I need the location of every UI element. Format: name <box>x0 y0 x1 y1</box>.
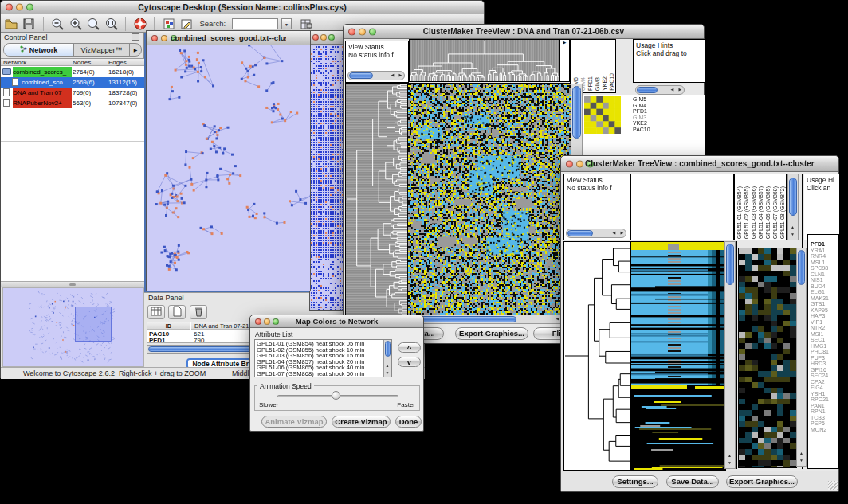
float-panel-icon[interactable] <box>132 33 139 41</box>
zoom-vscrollbar[interactable]: ▲ ▼ <box>796 248 807 467</box>
move-up-button[interactable]: ^ <box>398 342 421 353</box>
minimize-button[interactable] <box>16 4 23 11</box>
column-label[interactable]: YKE2 <box>602 76 608 91</box>
gene-label[interactable]: YSH1 <box>811 391 829 397</box>
scroll-right-icon[interactable]: ▶ <box>397 72 404 79</box>
gene-label[interactable]: GIM4 <box>633 103 681 109</box>
gene-label[interactable]: GTB1 <box>811 301 829 307</box>
scroll-down-icon[interactable]: ▼ <box>798 458 805 464</box>
gene-label[interactable]: HMG1 <box>811 343 829 350</box>
annotation-icon[interactable] <box>179 17 194 31</box>
panel-splitter[interactable] <box>1 281 144 287</box>
main-titlebar[interactable]: Cytoscape Desktop (Session Name: collins… <box>1 1 484 14</box>
column-tree-scrollbar[interactable]: ▶ <box>559 39 570 82</box>
scroll-down-icon[interactable]: ▼ <box>726 460 733 467</box>
gene-label[interactable]: RNR4 <box>811 253 829 260</box>
gene-label[interactable]: PAC10 <box>633 127 681 133</box>
treeview1-titlebar[interactable]: ClusterMaker TreeView : DNA and Tran 07-… <box>344 25 704 39</box>
view-status-hscrollbar[interactable]: ◀ ▶ <box>347 71 405 80</box>
col-header-edges[interactable]: Edges <box>108 59 127 66</box>
col-header-nodes[interactable]: Nodes <box>73 59 91 66</box>
network-view-canvas[interactable] <box>147 45 310 291</box>
edit-table-icon[interactable] <box>299 17 313 31</box>
close-button[interactable] <box>6 4 13 11</box>
birdseye-view[interactable] <box>2 287 144 367</box>
minimize-button[interactable] <box>359 28 366 35</box>
dialog-titlebar[interactable]: Map Colors to Network <box>250 315 423 328</box>
delete-attribute-icon[interactable] <box>190 305 207 319</box>
gene-label[interactable]: PAN1 <box>811 403 829 409</box>
gene-label[interactable]: CLN1 <box>811 272 829 278</box>
scroll-up-icon[interactable]: ▲ <box>798 451 805 457</box>
heatmap-main[interactable] <box>630 241 726 471</box>
column-labels-vscrollbar[interactable]: ▲ ▼ <box>787 174 799 240</box>
correlation-mini-heatmap[interactable] <box>584 96 621 134</box>
search-dropdown-caret-icon[interactable]: ▼ <box>281 18 292 29</box>
scroll-left-icon[interactable]: ◀ <box>389 72 396 79</box>
gene-label[interactable]: SEC1 <box>811 337 829 343</box>
usage-hscrollbar[interactable]: ◀ ▶ <box>635 85 685 95</box>
tabs-overflow-button[interactable]: ▶ <box>129 44 141 56</box>
zoom-out-icon[interactable] <box>50 17 65 31</box>
attribute-listbox[interactable]: GPL51-01 (GSM854) heat shock 05 minGPL51… <box>254 339 392 377</box>
heatmap-main[interactable] <box>407 83 571 315</box>
gene-label[interactable]: GPI16 <box>811 367 829 373</box>
scroll-up-icon[interactable]: ▲ <box>384 363 391 369</box>
scroll-down-icon[interactable]: ▼ <box>789 232 796 238</box>
row-value[interactable]: 790 <box>194 337 204 344</box>
gene-label[interactable]: NIS1 <box>811 277 829 283</box>
tab-network[interactable]: Network <box>4 44 74 56</box>
column-label[interactable]: PFD1 <box>587 76 594 91</box>
scroll-right-icon[interactable]: ▶ <box>563 40 567 45</box>
close-button[interactable] <box>151 35 158 41</box>
scroll-left-icon[interactable]: ◀ <box>669 87 676 93</box>
scroll-up-icon[interactable]: ▲ <box>726 453 733 459</box>
column-label[interactable]: GPL51-02 (GSM855) <box>744 186 750 239</box>
attribute-select-icon[interactable] <box>147 305 165 319</box>
tab-vizmapper[interactable]: VizMapper™ <box>74 44 129 56</box>
column-dendrogram[interactable] <box>409 39 560 82</box>
column-label[interactable]: GPL51-07 (GSM868) <box>772 186 779 239</box>
scroll-up-icon[interactable]: ▲ <box>789 225 796 231</box>
close-button[interactable] <box>566 160 573 167</box>
close-button[interactable] <box>312 34 319 41</box>
column-label[interactable]: GPL51-03 (GSM856) <box>751 186 757 239</box>
network-row-selected[interactable]: combined_sco 2569(6) 13112(15) <box>1 77 144 88</box>
network-row[interactable]: DNA and Tran 07 769(0) 183728(0) <box>1 88 144 98</box>
scroll-down-icon[interactable]: ▼ <box>384 370 391 377</box>
export-graphics-button[interactable]: Export Graphics... <box>726 475 798 488</box>
network-view-window[interactable]: combined_scores_good.txt--cluste... <box>146 30 311 291</box>
attribute-vscrollbar[interactable]: ▲ ▼ <box>383 340 391 377</box>
gene-label[interactable]: RPO21 <box>811 397 829 403</box>
gene-label[interactable]: FIG4 <box>811 385 829 391</box>
gene-label[interactable]: GIM5 <box>633 96 681 103</box>
network-view-canvas[interactable] <box>310 45 344 310</box>
scroll-right-icon[interactable]: ▶ <box>677 87 684 93</box>
scroll-left-icon[interactable]: ◀ <box>610 230 618 236</box>
speed-slider-thumb[interactable] <box>332 391 340 400</box>
gene-label[interactable]: RPN1 <box>811 408 829 415</box>
animate-vizmap-button[interactable]: Animate Vizmap <box>261 416 327 428</box>
gene-label[interactable]: PEP5 <box>811 420 829 427</box>
scroll-right-icon[interactable]: ▶ <box>618 230 626 236</box>
open-icon[interactable] <box>4 17 18 31</box>
close-button[interactable] <box>255 318 261 325</box>
network-view-window-2[interactable] <box>309 30 345 311</box>
gene-label[interactable]: CPA2 <box>811 379 829 385</box>
column-label[interactable]: GIM3 <box>595 77 601 91</box>
gene-label[interactable]: TCB3 <box>811 415 829 421</box>
row-id[interactable]: PFD1 <box>149 337 165 344</box>
minimize-button[interactable] <box>161 35 167 41</box>
gene-label[interactable]: YRA1 <box>811 248 829 254</box>
help-lifebuoy-icon[interactable] <box>133 17 147 31</box>
gene-label[interactable]: HAP3 <box>811 313 829 319</box>
search-input[interactable] <box>232 18 278 29</box>
column-dendrogram-area[interactable] <box>630 174 734 240</box>
save-data-button[interactable]: Save Data... <box>666 475 719 488</box>
minimize-button[interactable] <box>576 160 583 167</box>
gene-label[interactable]: MON2 <box>811 427 829 433</box>
column-label[interactable]: GPL51-04 (GSM857) <box>758 186 764 239</box>
zoom-fit-icon[interactable] <box>86 17 100 31</box>
col-header-network[interactable]: Network <box>3 59 26 66</box>
gene-label[interactable]: PFD1 <box>811 241 829 248</box>
